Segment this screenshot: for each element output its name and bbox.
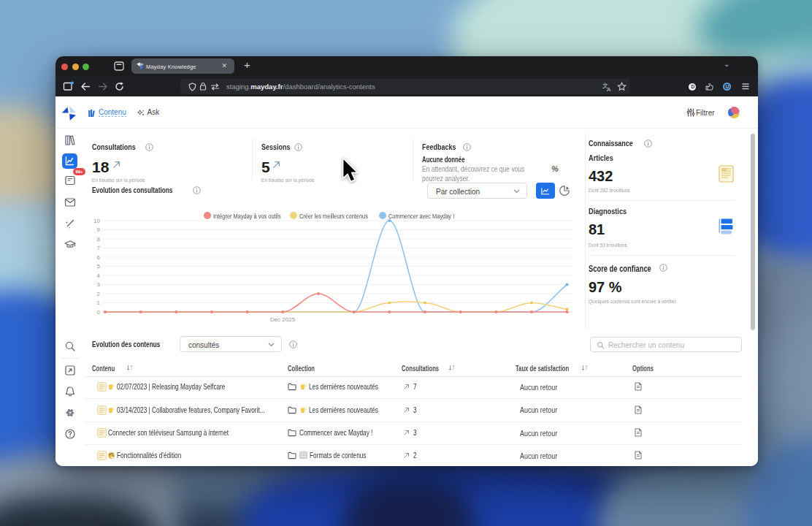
svg-text:7: 7 bbox=[97, 245, 101, 251]
svg-text:4: 4 bbox=[97, 272, 101, 279]
svg-text:0: 0 bbox=[97, 309, 101, 316]
svg-text:2: 2 bbox=[97, 291, 101, 297]
svg-text:6: 6 bbox=[97, 254, 101, 261]
svg-text:Dec 2025: Dec 2025 bbox=[270, 316, 296, 323]
svg-text:8: 8 bbox=[97, 236, 101, 243]
svg-text:3: 3 bbox=[97, 281, 101, 288]
svg-text:A: A bbox=[607, 85, 611, 91]
svg-text:9: 9 bbox=[97, 226, 101, 233]
svg-text:5: 5 bbox=[97, 263, 101, 270]
svg-text:10: 10 bbox=[93, 218, 100, 224]
svg-text:1: 1 bbox=[97, 300, 101, 306]
